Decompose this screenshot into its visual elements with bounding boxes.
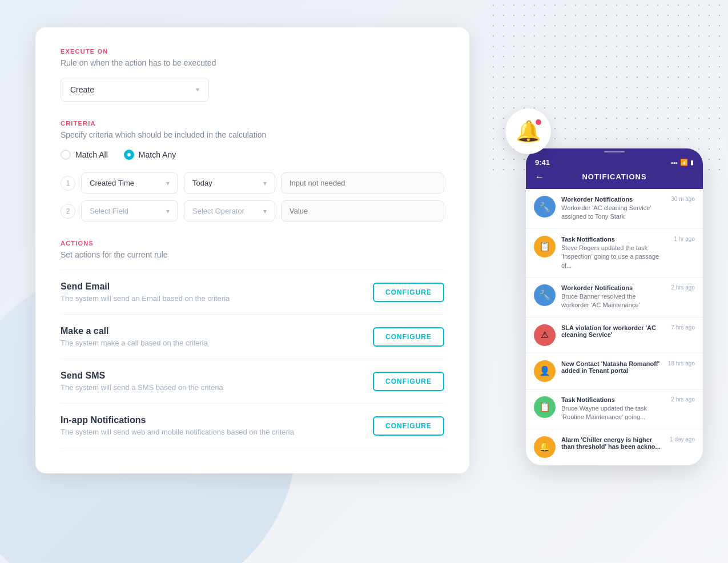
action-row-0: Send Email The system will send an Email… [61, 270, 444, 315]
criteria-1-field-dropdown[interactable]: Created Time ▾ [81, 172, 178, 194]
chevron-down-icon: ▾ [263, 207, 267, 215]
notif-content-1: Task NotificationsSteve Rogers updated t… [561, 236, 666, 270]
action-desc-2: The system will send a SMS based on the … [61, 383, 223, 392]
action-desc-1: The system make a call based on the crit… [61, 339, 208, 347]
match-any-option[interactable]: Match Any [124, 150, 176, 160]
phone-mockup: 9:41 ▪▪▪ 📶 ▮ ← NOTIFICATIONS 🔧 Workorder… [526, 148, 703, 465]
notification-item-6[interactable]: 🔔 Alarm 'Chiller energy is higher than t… [526, 429, 703, 465]
notif-title-0: Workorder Notifications [561, 196, 663, 203]
notif-time-0: 30 m ago [671, 196, 695, 202]
notif-time-1: 1 hr ago [674, 236, 695, 242]
notif-avatar-0: 🔧 [534, 196, 556, 218]
action-title-1: Make a call [61, 326, 208, 336]
notif-avatar-3: ⚠ [534, 324, 556, 346]
execute-on-value: Create [70, 85, 94, 94]
criteria-label: CRITERIA [61, 120, 444, 127]
action-info-1: Make a call The system make a call based… [61, 326, 208, 347]
notification-item-5[interactable]: 📋 Task NotificationsBruce Wayne updated … [526, 389, 703, 429]
bell-wrapper: 🔔 [516, 119, 541, 143]
notification-item-1[interactable]: 📋 Task NotificationsSteve Rogers updated… [526, 229, 703, 278]
configure-button-1[interactable]: CONFIGURE [373, 327, 444, 347]
rule-card: EXECUTE ON Rule on when the action has t… [35, 27, 469, 473]
phone-header: ← NOTIFICATIONS [526, 167, 703, 189]
action-row-2: Send SMS The system will send a SMS base… [61, 359, 444, 404]
criteria-1-operator-value: Today [192, 179, 212, 187]
actions-section: ACTIONS Set actions for the current rule… [61, 240, 444, 448]
action-row-1: Make a call The system make a call based… [61, 315, 444, 359]
match-all-label: Match All [75, 150, 108, 159]
configure-button-2[interactable]: CONFIGURE [373, 372, 444, 391]
back-arrow-icon[interactable]: ← [535, 172, 544, 182]
notification-list: 🔧 Workorder NotificationsWorkorder 'AC c… [526, 189, 703, 465]
criteria-row-2: 2 Select Field ▾ Select Operator ▾ [61, 200, 444, 222]
notif-time-4: 18 hrs ago [668, 360, 695, 367]
chevron-down-icon: ▾ [166, 207, 170, 215]
match-options: Match All Match Any [61, 150, 444, 160]
notif-time-5: 2 hrs ago [671, 396, 695, 403]
notif-avatar-2: 🔧 [534, 284, 556, 306]
notification-item-4[interactable]: 👤 New Contact 'Natasha Romanoff' added i… [526, 353, 703, 389]
notif-time-3: 7 hrs ago [671, 324, 695, 331]
notif-content-4: New Contact 'Natasha Romanoff' added in … [561, 360, 660, 375]
chevron-down-icon: ▾ [166, 179, 170, 187]
criteria-1-operator-dropdown[interactable]: Today ▾ [184, 172, 275, 194]
phone-header-title: NOTIFICATIONS [582, 172, 646, 181]
chevron-down-icon: ▾ [263, 179, 267, 187]
action-title-2: Send SMS [61, 371, 223, 381]
phone-body: 🔧 Workorder NotificationsWorkorder 'AC c… [526, 189, 703, 465]
criteria-1-value-input[interactable] [281, 172, 444, 194]
configure-button-0[interactable]: CONFIGURE [373, 283, 444, 302]
battery-icon: ▮ [690, 159, 694, 166]
execute-on-section: EXECUTE ON Rule on when the action has t… [61, 48, 444, 102]
match-any-label: Match Any [139, 150, 176, 159]
notif-title-6: Alarm 'Chiller energy is higher than thr… [561, 436, 662, 450]
action-info-3: In-app Notifications The system will sen… [61, 415, 294, 436]
notif-avatar-5: 📋 [534, 396, 556, 418]
action-desc-3: The system will send web and mobile noti… [61, 428, 294, 436]
actions-desc: Set actions for the current rule [61, 250, 444, 259]
criteria-2-value-input[interactable] [281, 200, 444, 222]
criteria-2-field-value: Select Field [90, 207, 128, 215]
notif-title-5: Task Notifications [561, 396, 663, 403]
notif-title-1: Task Notifications [561, 236, 666, 243]
criteria-2-operator-value: Select Operator [192, 207, 244, 215]
criteria-2-operator-dropdown[interactable]: Select Operator ▾ [184, 200, 275, 222]
notif-title-4: New Contact 'Natasha Romanoff' added in … [561, 360, 660, 374]
notif-avatar-6: 🔔 [534, 436, 556, 458]
notif-title-2: Workorder Notifications [561, 284, 663, 291]
configure-button-3[interactable]: CONFIGURE [373, 416, 444, 436]
criteria-desc: Specify criteria which should be include… [61, 130, 444, 139]
action-info-0: Send Email The system will send an Email… [61, 282, 230, 303]
criteria-row-1: 1 Created Time ▾ Today ▾ [61, 172, 444, 194]
notif-content-6: Alarm 'Chiller energy is higher than thr… [561, 436, 662, 451]
notif-avatar-1: 📋 [534, 236, 556, 258]
criteria-2-field-dropdown[interactable]: Select Field ▾ [81, 200, 178, 222]
match-any-radio[interactable] [124, 150, 134, 160]
row-number-1: 1 [61, 176, 75, 191]
actions-label: ACTIONS [61, 240, 444, 247]
notification-item-3[interactable]: ⚠ SLA violation for workorder 'AC cleani… [526, 317, 703, 353]
status-time: 9:41 [535, 158, 550, 167]
notification-item-0[interactable]: 🔧 Workorder NotificationsWorkorder 'AC c… [526, 189, 703, 229]
row-number-2: 2 [61, 204, 75, 219]
criteria-section: CRITERIA Specify criteria which should b… [61, 120, 444, 222]
action-desc-0: The system will send an Email based on t… [61, 294, 230, 303]
action-row-3: In-app Notifications The system will sen… [61, 404, 444, 448]
signal-icon: ▪▪▪ [671, 159, 678, 166]
bell-notification-card: 🔔 [505, 108, 551, 154]
notif-title-3: SLA violation for workorder 'AC cleaning… [561, 324, 663, 338]
match-all-option[interactable]: Match All [61, 150, 108, 160]
notif-avatar-4: 👤 [534, 360, 556, 382]
phone-status-bar: 9:41 ▪▪▪ 📶 ▮ [526, 152, 703, 167]
chevron-down-icon: ▾ [196, 86, 199, 94]
notif-content-0: Workorder NotificationsWorkorder 'AC cle… [561, 196, 663, 222]
criteria-1-field-value: Created Time [90, 179, 134, 187]
notif-content-5: Task NotificationsBruce Wayne updated th… [561, 396, 663, 422]
notif-desc-5: Bruce Wayne updated the task 'Routine Ma… [561, 404, 663, 422]
match-all-radio[interactable] [61, 150, 71, 160]
notif-desc-2: Bruce Banner resolved the workorder 'AC … [561, 292, 663, 310]
notif-desc-0: Workorder 'AC cleaning Service' assigned… [561, 204, 663, 222]
action-title-3: In-app Notifications [61, 415, 294, 425]
execute-on-dropdown[interactable]: Create ▾ [61, 78, 209, 102]
notification-item-2[interactable]: 🔧 Workorder NotificationsBruce Banner re… [526, 278, 703, 317]
